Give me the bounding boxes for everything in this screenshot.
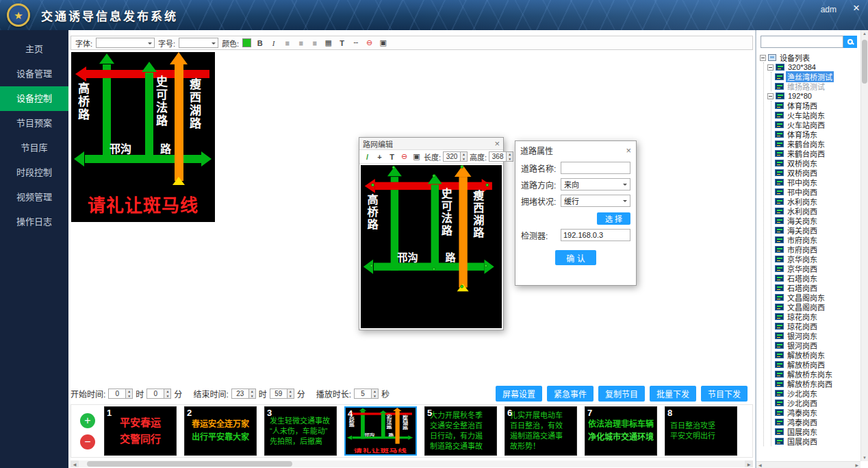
spin-down-icon[interactable]: ▼: [249, 394, 255, 399]
device-tree-item[interactable]: 水利岗西: [775, 206, 859, 216]
tree-group-192x80[interactable]: 192*80: [767, 91, 859, 101]
line-tool-button[interactable]: /: [362, 151, 372, 162]
sidebar-item[interactable]: 操作日志: [0, 210, 68, 234]
action-button[interactable]: 紧急事件: [547, 386, 593, 402]
text-tool-button[interactable]: T: [337, 38, 347, 48]
align-right-button[interactable]: ≡: [309, 38, 320, 48]
tree-vertical-scrollbar[interactable]: ▲ ▼: [860, 30, 868, 461]
device-tree-item[interactable]: 市府岗西: [775, 245, 859, 254]
action-button[interactable]: 节目下发: [701, 386, 748, 402]
device-tree-item[interactable]: 琼花岗西: [775, 321, 859, 331]
scrollbar-thumb[interactable]: [87, 461, 292, 467]
device-tree-item[interactable]: 渔丝湾桥测试: [775, 72, 859, 82]
tree-horizontal-scrollbar[interactable]: ◀ ▶: [756, 461, 860, 468]
end-hour-input[interactable]: 23 ▲▼: [231, 389, 256, 399]
device-tree-item[interactable]: 石塔岗西: [775, 283, 859, 293]
close-window-button[interactable]: ×: [850, 1, 863, 15]
device-tree-item[interactable]: 解放桥岗东: [775, 350, 859, 360]
save-button[interactable]: ▣: [411, 151, 422, 162]
window-titlebar[interactable]: 路网编辑 ×: [359, 138, 503, 150]
device-tree-item[interactable]: 水利岗东: [775, 197, 859, 206]
height-input[interactable]: 368 ▲▼: [489, 151, 513, 162]
device-tree-item[interactable]: 来鹤台岗东: [775, 139, 859, 149]
device-tree-item[interactable]: 海关岗西: [775, 225, 859, 235]
delete-button[interactable]: ⊖: [364, 38, 374, 48]
program-thumbnail-6[interactable]: 6 扎实开展电动车 百日整治，有效 遏制道路交通事 故形势！: [505, 406, 577, 456]
control-point[interactable]: [392, 166, 396, 169]
duration-input[interactable]: 5 ▲▼: [354, 389, 379, 399]
road-name-input[interactable]: [561, 162, 630, 174]
control-point[interactable]: [460, 165, 463, 169]
spin-down-icon[interactable]: ▼: [507, 157, 513, 162]
device-tree-item[interactable]: 京华岗东: [775, 254, 859, 264]
user-name[interactable]: adm: [821, 5, 837, 14]
spacing-button[interactable]: ╌: [350, 38, 361, 48]
add-program-button[interactable]: +: [80, 413, 95, 428]
program-thumbnail-2[interactable]: 2 春运安全连万家 出行平安靠大家: [184, 406, 257, 456]
device-tree-item[interactable]: 体育场东: [775, 130, 859, 139]
device-tree-item[interactable]: 解放桥东岗西: [775, 379, 859, 389]
control-point[interactable]: [370, 264, 373, 267]
start-hour-input[interactable]: 0 ▲▼: [108, 389, 133, 399]
device-tree-item[interactable]: 海关岗东: [775, 216, 859, 225]
device-tree-item[interactable]: 邗中岗东: [775, 177, 859, 187]
scroll-down-icon[interactable]: ▼: [861, 454, 868, 461]
device-tree-item[interactable]: 市府岗东: [775, 235, 859, 245]
sidebar-item[interactable]: 节目预案: [0, 111, 68, 136]
scroll-right-icon[interactable]: ▶: [745, 460, 753, 467]
spin-down-icon[interactable]: ▼: [461, 157, 467, 162]
device-tree-item[interactable]: 鸿泰岗西: [775, 417, 859, 427]
scroll-left-icon[interactable]: ◀: [71, 460, 79, 467]
scrollbar-track[interactable]: [861, 37, 868, 454]
sidebar-item[interactable]: 设备管理: [0, 62, 68, 86]
device-tree-item[interactable]: 火车站岗西: [775, 120, 859, 130]
font-size-select[interactable]: [179, 38, 218, 48]
sidebar-item[interactable]: 时段控制: [0, 160, 68, 185]
scrollbar-thumb[interactable]: [862, 40, 867, 84]
sidebar-item[interactable]: 主页: [0, 37, 68, 62]
collapse-icon[interactable]: [767, 93, 774, 99]
scroll-left-icon[interactable]: ◀: [758, 463, 762, 467]
action-button[interactable]: 批量下发: [650, 386, 696, 402]
action-button[interactable]: 复制节目: [598, 386, 645, 402]
control-point[interactable]: [433, 267, 436, 271]
program-thumbnail-4-selected[interactable]: 4: [344, 406, 417, 456]
align-left-button[interactable]: ≡: [282, 38, 292, 48]
sidebar-item[interactable]: 视频管理: [0, 185, 68, 210]
action-button[interactable]: 屏幕设置: [496, 386, 542, 402]
device-tree-item[interactable]: 邗中岗西: [775, 187, 859, 197]
close-icon[interactable]: ×: [494, 138, 500, 149]
device-tree-item[interactable]: 琼花岗东: [775, 312, 859, 321]
device-search-input[interactable]: [761, 36, 843, 48]
insert-image-button[interactable]: ▦: [323, 38, 333, 48]
device-tree-item[interactable]: 火车站岗东: [775, 110, 859, 120]
device-tree-item[interactable]: 双桥岗西: [775, 168, 859, 177]
program-thumbnail-1[interactable]: 1 平安春运 交警同行: [104, 406, 177, 456]
device-tree-item[interactable]: 沙北岗西: [775, 398, 859, 408]
control-point[interactable]: [460, 285, 463, 288]
spin-down-icon[interactable]: ▼: [126, 394, 132, 399]
spin-down-icon[interactable]: ▼: [288, 394, 294, 399]
device-tree-item[interactable]: 国展岗西: [775, 436, 859, 446]
save-button[interactable]: ▣: [378, 38, 388, 48]
device-tree-item[interactable]: 维扬路测试: [775, 82, 859, 91]
sidebar-item[interactable]: 设备控制: [0, 86, 68, 111]
delete-button[interactable]: ⊖: [399, 151, 409, 162]
control-point[interactable]: [485, 264, 488, 267]
program-thumbnail-5[interactable]: 5 大力开展秋冬季 交通安全整治百 日行动，有力遏 制道路交通事故: [424, 406, 497, 456]
length-input[interactable]: 320 ▲▼: [443, 151, 468, 162]
text-tool-button[interactable]: T: [387, 151, 397, 162]
roadnet-canvas[interactable]: 高桥路 史可法路 瘦西湖路 邗沟 路 请礼让斑马线: [361, 165, 502, 328]
collapse-icon[interactable]: [760, 55, 766, 61]
device-tree-item[interactable]: 沙北岗东: [775, 389, 859, 398]
device-tree-item[interactable]: 京华岗西: [775, 264, 859, 273]
road-direction-select[interactable]: 来向: [561, 178, 630, 190]
program-thumbnail-3[interactable]: 3 发生轻微交通事故 “人未伤，车能动” 先拍照，后撤离: [264, 406, 337, 456]
strip-scrollbar[interactable]: ◀ ▶: [71, 460, 753, 467]
collapse-icon[interactable]: [767, 64, 774, 71]
device-tree-item[interactable]: 银河岗东: [775, 331, 859, 341]
select-detector-button[interactable]: 选 择: [597, 212, 630, 225]
italic-button[interactable]: I: [268, 38, 279, 48]
spin-down-icon[interactable]: ▼: [164, 394, 170, 399]
color-swatch[interactable]: [242, 38, 251, 47]
